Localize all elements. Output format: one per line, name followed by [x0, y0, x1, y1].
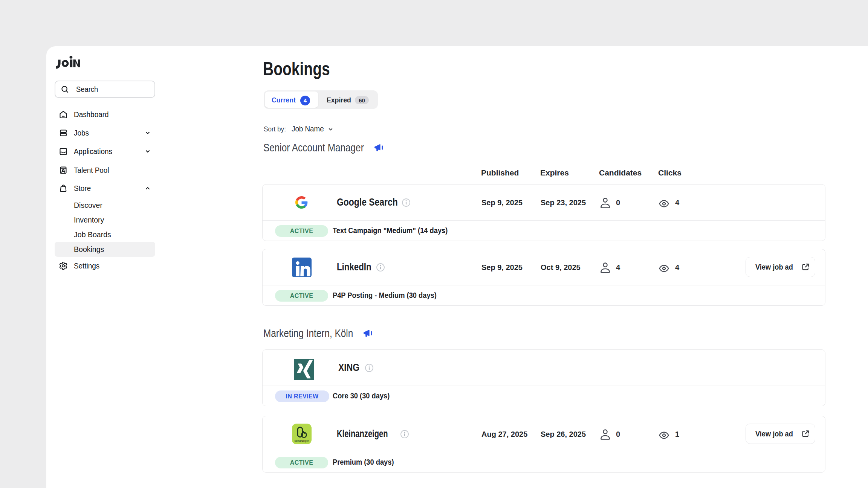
svg-text:kleinanzeigen: kleinanzeigen: [295, 439, 309, 442]
